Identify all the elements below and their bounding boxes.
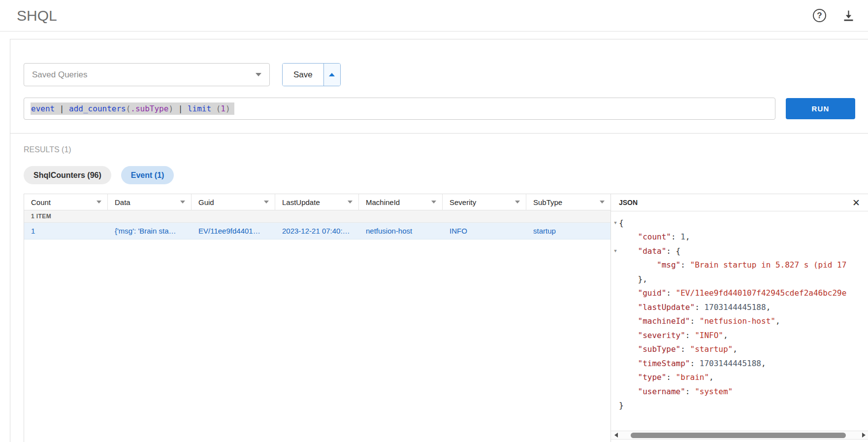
help-icon[interactable]: ?: [813, 9, 826, 22]
query-card: Saved Queries Save event | add_counters(…: [10, 39, 868, 442]
query-token-pipe: |: [173, 104, 188, 113]
json-line: },: [612, 272, 868, 286]
json-line: "severity": "INFO",: [612, 328, 868, 342]
json-line: "username": "system": [612, 384, 868, 399]
page-title: SHQL: [17, 7, 813, 24]
close-icon[interactable]: ✕: [852, 198, 860, 207]
json-line: "msg": "Brain startup in 5.827 s (pid 17: [612, 258, 868, 272]
query-token-paren: ): [225, 104, 230, 113]
table-rows: 1{'msg': 'Brain sta…EV/11ee9fd4401…2023-…: [24, 223, 611, 239]
table-cell: {'msg': 'Brain sta…: [108, 223, 192, 239]
table-cell: 2023-12-21 07:40:…: [275, 223, 359, 239]
column-label: MachineId: [366, 198, 400, 206]
save-split-button: Save: [282, 63, 341, 86]
column-header-count[interactable]: Count: [24, 194, 108, 210]
column-dropdown-icon[interactable]: [600, 201, 605, 204]
json-line: "machineId": "netfusion-host",: [612, 314, 868, 329]
json-code: "timeStamp": 1703144445188,: [619, 359, 766, 368]
json-code: },: [619, 274, 647, 284]
column-label: SubType: [533, 198, 562, 206]
chevron-up-icon: [329, 73, 335, 76]
results-label: RESULTS (1): [24, 145, 868, 154]
column-label: Severity: [450, 198, 476, 206]
table-empty-area: [24, 239, 611, 442]
chevron-down-icon: [256, 73, 261, 76]
query-token-keyword: add_counters: [69, 104, 126, 113]
query-token-paren: (: [126, 104, 131, 113]
table-row[interactable]: 1{'msg': 'Brain sta…EV/11ee9fd4401…2023-…: [24, 223, 611, 239]
table-cell: 1: [24, 223, 108, 239]
json-line: "timeStamp": 1703144445188,: [612, 356, 868, 371]
column-header-severity[interactable]: Severity: [443, 194, 526, 210]
json-code: {: [619, 218, 624, 228]
json-code: "username": "system": [619, 387, 733, 396]
column-dropdown-icon[interactable]: [96, 201, 101, 204]
query-builder-section: Saved Queries Save event | add_counters(…: [10, 39, 868, 133]
json-code: "msg": "Brain startup in 5.827 s (pid 17: [619, 260, 846, 270]
json-code: }: [619, 401, 624, 410]
collapse-icon[interactable]: ▼: [612, 248, 619, 253]
download-icon[interactable]: [842, 9, 855, 22]
query-token-keyword: limit: [188, 104, 211, 113]
save-dropdown-button[interactable]: [323, 64, 340, 86]
json-line: "lastUpdate": 1703144445188,: [612, 300, 868, 314]
json-line: }: [612, 399, 868, 413]
column-label: Count: [31, 198, 51, 206]
json-code: "subType": "startup",: [619, 344, 738, 354]
results-table: CountDataGuidLastUpdateMachineIdSeverity…: [24, 194, 611, 442]
json-line: "type": "brain",: [612, 371, 868, 385]
json-line: "count": 1,: [612, 230, 868, 244]
results-tab[interactable]: ShqlCounters (96): [24, 166, 111, 184]
collapse-icon[interactable]: ▼: [612, 220, 619, 225]
table-cell: INFO: [443, 223, 526, 239]
column-header-subtype[interactable]: SubType: [526, 194, 611, 210]
json-panel: JSON ✕ ▼{ "count": 1,▼ "data": { "msg": …: [611, 194, 868, 442]
column-header-guid[interactable]: Guid: [192, 194, 275, 210]
column-dropdown-icon[interactable]: [180, 201, 185, 204]
json-code: "count": 1,: [619, 232, 690, 241]
query-token-paren: (: [211, 104, 221, 113]
json-horizontal-scrollbar[interactable]: [611, 431, 868, 440]
query-token-pipe: |: [55, 104, 69, 113]
header-icons: ?: [813, 9, 855, 22]
saved-queries-select[interactable]: Saved Queries: [24, 63, 270, 86]
table-header-row: CountDataGuidLastUpdateMachineIdSeverity…: [24, 194, 611, 210]
json-panel-header: JSON ✕: [611, 194, 868, 211]
scroll-right-icon[interactable]: [859, 431, 868, 439]
results-section: RESULTS (1) ShqlCounters (96)Event (1) C…: [10, 133, 868, 442]
results-tabs: ShqlCounters (96)Event (1): [24, 166, 868, 184]
table-group-row: 1 ITEM: [24, 210, 611, 223]
results-tab[interactable]: Event (1): [121, 166, 174, 184]
json-code: "guid": "EV/11ee9fd440107f42945cdef2a46b…: [619, 288, 846, 298]
saved-queries-placeholder: Saved Queries: [32, 70, 87, 80]
column-dropdown-icon[interactable]: [348, 201, 353, 204]
save-button[interactable]: Save: [283, 64, 323, 86]
results-grid: CountDataGuidLastUpdateMachineIdSeverity…: [24, 194, 868, 442]
json-panel-title: JSON: [619, 199, 638, 206]
app-header: SHQL ?: [0, 0, 868, 32]
query-text: event | add_counters(.subType) | limit (…: [31, 102, 234, 115]
query-input[interactable]: event | add_counters(.subType) | limit (…: [24, 98, 775, 120]
json-code: "lastUpdate": 1703144445188,: [619, 303, 771, 312]
column-dropdown-icon[interactable]: [515, 201, 520, 204]
query-token-field: 1: [221, 104, 225, 113]
json-code: "severity": "INFO",: [619, 331, 728, 340]
query-token-keyword: event: [31, 104, 55, 113]
column-label: Data: [115, 198, 130, 206]
run-button[interactable]: RUN: [786, 98, 855, 119]
column-dropdown-icon[interactable]: [431, 201, 436, 204]
column-dropdown-icon[interactable]: [264, 201, 269, 204]
table-cell: EV/11ee9fd4401…: [192, 223, 275, 239]
scrollbar-thumb[interactable]: [631, 433, 846, 438]
json-line: ▼ "data": {: [612, 244, 868, 258]
column-header-machineid[interactable]: MachineId: [359, 194, 443, 210]
json-code: "machineId": "netfusion-host",: [619, 316, 780, 326]
table-cell: netfusion-host: [359, 223, 443, 239]
scroll-left-icon[interactable]: [611, 431, 620, 439]
column-header-lastupdate[interactable]: LastUpdate: [275, 194, 359, 210]
column-header-data[interactable]: Data: [108, 194, 192, 210]
json-code: "data": {: [619, 246, 680, 256]
table-cell: startup: [526, 223, 611, 239]
column-label: LastUpdate: [282, 198, 320, 206]
query-token-field: .subType: [130, 104, 168, 113]
